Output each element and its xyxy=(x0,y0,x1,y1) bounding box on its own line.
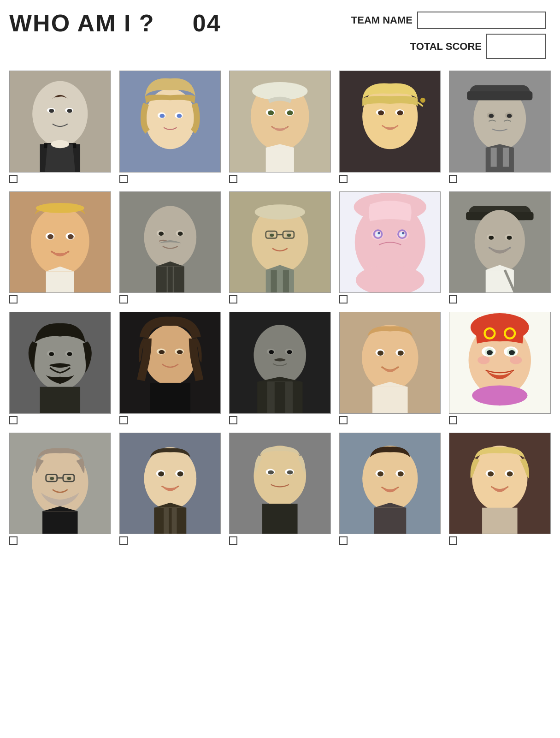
team-name-row: TEAM NAME xyxy=(330,12,546,29)
svg-point-19 xyxy=(268,110,274,115)
photo-image-4 xyxy=(339,71,441,173)
photo-image-7 xyxy=(119,191,221,293)
svg-point-113 xyxy=(397,351,403,356)
svg-point-109 xyxy=(362,325,418,391)
answer-checkbox-14[interactable] xyxy=(339,416,348,424)
checkbox-row-20 xyxy=(449,536,457,545)
svg-point-62 xyxy=(287,233,291,237)
photo-cell-3 xyxy=(229,71,331,183)
svg-rect-22 xyxy=(266,148,294,172)
svg-point-166 xyxy=(488,471,494,476)
subtitle-text: 04 xyxy=(193,10,221,36)
svg-point-80 xyxy=(475,210,525,273)
answer-checkbox-13[interactable] xyxy=(229,416,237,424)
answer-checkbox-15[interactable] xyxy=(449,416,457,424)
svg-point-98 xyxy=(159,350,165,354)
svg-rect-93 xyxy=(40,387,80,414)
svg-point-145 xyxy=(158,471,164,476)
answer-checkbox-5[interactable] xyxy=(449,175,457,183)
photo-cell-17 xyxy=(119,433,221,545)
svg-point-4 xyxy=(49,109,54,113)
svg-rect-147 xyxy=(154,508,186,535)
svg-point-121 xyxy=(487,350,493,355)
svg-point-48 xyxy=(144,206,196,268)
total-score-row: TOTAL SCORE xyxy=(399,34,546,59)
svg-point-92 xyxy=(67,352,72,357)
form-section: TEAM NAME TOTAL SCORE xyxy=(230,9,546,59)
answer-checkbox-9[interactable] xyxy=(339,295,348,304)
svg-point-37 xyxy=(507,114,512,118)
svg-point-45 xyxy=(36,203,84,213)
checkbox-row-1 xyxy=(9,175,18,183)
checkbox-row-3 xyxy=(229,175,237,183)
photo-cell-5 xyxy=(449,71,551,183)
checkbox-row-12 xyxy=(119,416,128,424)
photo-cell-14 xyxy=(339,312,441,424)
answer-checkbox-2[interactable] xyxy=(119,175,128,183)
answer-checkbox-4[interactable] xyxy=(339,175,348,183)
answer-checkbox-17[interactable] xyxy=(119,536,128,545)
svg-point-163 xyxy=(472,446,528,511)
svg-point-105 xyxy=(269,350,274,354)
photo-image-5 xyxy=(449,71,551,173)
svg-rect-161 xyxy=(374,508,406,535)
answer-checkbox-8[interactable] xyxy=(229,295,237,304)
answer-checkbox-18[interactable] xyxy=(229,536,237,545)
photo-cell-1 xyxy=(9,71,111,183)
photo-cell-2 xyxy=(119,71,221,183)
checkbox-row-6 xyxy=(9,295,18,304)
photo-cell-16 xyxy=(9,433,111,545)
answer-checkbox-16[interactable] xyxy=(9,536,18,545)
title-section: WHO AM I ? 04 xyxy=(9,9,221,37)
answer-checkbox-10[interactable] xyxy=(449,295,457,304)
checkbox-row-2 xyxy=(119,175,128,183)
checkbox-row-8 xyxy=(229,295,237,304)
svg-point-95 xyxy=(144,325,196,386)
svg-point-20 xyxy=(287,110,293,115)
svg-point-13 xyxy=(159,114,165,118)
svg-point-27 xyxy=(378,110,384,115)
answer-checkbox-11[interactable] xyxy=(9,416,18,424)
photo-image-11 xyxy=(9,312,111,414)
svg-point-159 xyxy=(377,471,383,476)
checkbox-row-15 xyxy=(449,416,457,424)
total-score-input[interactable] xyxy=(486,34,546,59)
photo-cell-7 xyxy=(119,191,221,304)
svg-point-36 xyxy=(489,114,494,118)
photo-cell-20 xyxy=(449,433,551,545)
checkbox-row-10 xyxy=(449,295,457,304)
svg-rect-100 xyxy=(150,383,190,414)
svg-point-153 xyxy=(287,470,293,475)
photo-cell-13 xyxy=(229,312,331,424)
checkbox-row-18 xyxy=(229,536,237,545)
team-name-input[interactable] xyxy=(417,12,546,29)
photo-image-13 xyxy=(229,312,331,414)
svg-point-83 xyxy=(489,236,494,240)
checkbox-row-11 xyxy=(9,416,18,424)
svg-point-61 xyxy=(270,233,274,237)
svg-point-5 xyxy=(67,109,72,113)
photo-image-1 xyxy=(9,71,111,173)
svg-point-128 xyxy=(478,356,490,364)
svg-point-28 xyxy=(397,110,403,115)
svg-point-102 xyxy=(254,325,307,386)
photo-image-20 xyxy=(449,433,551,535)
answer-checkbox-6[interactable] xyxy=(9,295,18,304)
answer-checkbox-12[interactable] xyxy=(119,416,128,424)
svg-point-160 xyxy=(397,471,403,476)
answer-checkbox-19[interactable] xyxy=(339,536,348,545)
photo-cell-6 xyxy=(9,191,111,304)
svg-point-142 xyxy=(144,447,196,510)
photo-cell-8 xyxy=(229,191,331,304)
svg-point-1 xyxy=(32,81,88,147)
checkbox-row-14 xyxy=(339,416,348,424)
checkbox-row-16 xyxy=(9,536,18,545)
photo-image-3 xyxy=(229,71,331,173)
checkbox-row-13 xyxy=(229,416,237,424)
answer-checkbox-3[interactable] xyxy=(229,175,237,183)
photo-image-8 xyxy=(229,191,331,293)
svg-point-84 xyxy=(507,236,512,240)
answer-checkbox-20[interactable] xyxy=(449,536,457,545)
answer-checkbox-7[interactable] xyxy=(119,295,128,304)
answer-checkbox-1[interactable] xyxy=(9,175,18,183)
